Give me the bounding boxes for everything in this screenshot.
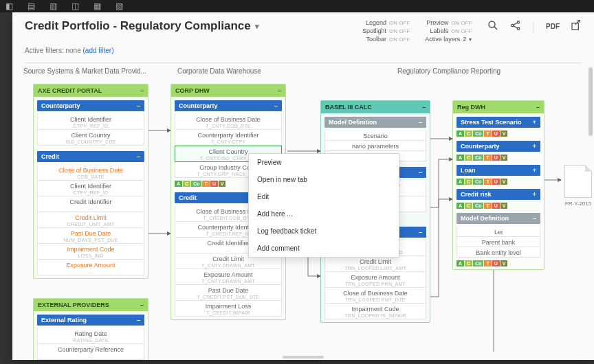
- toggle-legend[interactable]: Legend: [366, 19, 386, 26]
- export-icon[interactable]: [571, 20, 582, 33]
- entity-counterparty[interactable]: Counterparty–: [37, 100, 144, 111]
- ctx-log-feedback[interactable]: Log feedback ticket: [249, 223, 399, 240]
- add-filter-link[interactable]: (add filter): [83, 47, 114, 54]
- toolbar-icon[interactable]: ▦: [92, 1, 102, 11]
- group-header-ext[interactable]: EXTERNAL PROVIDERS–: [34, 299, 148, 311]
- page-title-text: Credit Portfolio - Regulatory Compliance: [25, 19, 251, 33]
- group-external-providers[interactable]: EXTERNAL PROVIDERS– External Rating– Rat…: [33, 298, 148, 360]
- attr-cpty-identifier: Counterparty IdentifierT_CNTY.CTPY: [175, 130, 282, 146]
- entity-external-rating[interactable]: External Rating–: [37, 315, 144, 326]
- plus-icon: +: [533, 119, 536, 126]
- entity-credit-risk[interactable]: Credit risk+: [456, 189, 540, 200]
- svg-line-5: [514, 23, 518, 25]
- file-label: FR-Y-2015: [560, 201, 594, 207]
- attr-impairment-code: Impairment CodeLOSS_IND: [37, 244, 144, 260]
- toggle-labels[interactable]: Labels: [430, 27, 449, 34]
- attr-client-identifier: Client IdentifierCTPY_REF_ID: [37, 114, 144, 130]
- ctx-add-comment[interactable]: Add comment: [249, 240, 399, 257]
- search-icon[interactable]: [487, 19, 499, 34]
- ctx-add-here[interactable]: Add here ...: [249, 205, 399, 223]
- onoff-label[interactable]: ON OFF: [389, 28, 410, 34]
- svg-point-0: [489, 21, 495, 27]
- vertical-scrollbar[interactable]: [588, 67, 593, 136]
- group-header-reg[interactable]: Reg DWH–: [453, 101, 544, 113]
- active-filters-row: Active filters: none (add filter): [12, 47, 594, 60]
- attr-credit-limit: Credit LimitCREDIT_LIMT_AMT: [37, 212, 144, 228]
- diagram-window: Credit Portfolio - Regulatory Compliance…: [12, 12, 594, 360]
- file-node-fry2015[interactable]: FR-Y-2015: [560, 165, 594, 207]
- chevron-down-icon[interactable]: ▾: [255, 22, 259, 31]
- horizontal-scroll-handle[interactable]: [283, 356, 324, 359]
- filters-label: Active filters:: [25, 47, 64, 54]
- entity-loan[interactable]: Loan+: [456, 165, 540, 176]
- toolbar-icon[interactable]: ◫: [70, 1, 80, 11]
- swimlane-source: Source Systems & Market Data Provid...: [23, 67, 146, 75]
- group-header-basel[interactable]: BASEL III CALC–: [321, 101, 430, 113]
- swimlane-regulatory: Regulatory Compliance Reporting: [397, 67, 500, 75]
- ctx-preview[interactable]: Preview: [249, 154, 399, 171]
- attr-past-due-date: Past Due DateNUM_DAYS_PST_DUE: [37, 228, 144, 244]
- svg-line-1: [494, 27, 497, 30]
- toolbar-icon[interactable]: ◧: [4, 1, 14, 11]
- attr-cob-date: Close of Business DateCOB_DATE: [37, 165, 144, 181]
- toggle-preview[interactable]: Preview: [426, 19, 448, 26]
- ctx-edit[interactable]: Edit: [249, 188, 399, 205]
- attr-cob-date: Close of Business DateT_CNTY.COB_DTE: [175, 114, 282, 130]
- attr-client-identifier: Client IdentifierCTPY_REF_ID: [37, 181, 144, 196]
- onoff-label[interactable]: ON OFF: [451, 28, 472, 34]
- minus-icon: –: [137, 102, 140, 109]
- svg-line-6: [514, 26, 518, 28]
- toggle-toolbar[interactable]: Toolbar: [366, 36, 387, 43]
- file-icon: [564, 165, 592, 198]
- share-icon[interactable]: [510, 20, 521, 33]
- attr-rating-date: Rating DateRATING_DATE: [37, 328, 144, 344]
- attr-cpty-reference: Counterparty Reference...: [37, 344, 144, 360]
- filters-value: none: [65, 47, 80, 54]
- app-toolbar: ◧ ▤ ▥ ◫ ▦ ▧: [0, 0, 594, 12]
- entity-model-definition[interactable]: Model Definition–: [456, 213, 540, 224]
- minus-icon[interactable]: –: [140, 87, 144, 94]
- toolbar-icon[interactable]: ▤: [26, 1, 36, 11]
- entity-stress-test[interactable]: Stress Test Scenario+: [456, 117, 540, 128]
- pdf-export-button[interactable]: PDF: [546, 23, 560, 30]
- chevron-down-icon[interactable]: ▾: [469, 36, 472, 43]
- toolbar-icon[interactable]: ▧: [114, 1, 124, 11]
- entity-counterparty[interactable]: Counterparty–: [175, 100, 282, 111]
- toolbar-icon[interactable]: ▥: [48, 1, 58, 11]
- entity-credit[interactable]: Credit–: [37, 151, 144, 162]
- context-menu: Preview Open in new tab Edit Add here ..…: [248, 153, 399, 258]
- group-reg-dwh[interactable]: Reg DWH– Stress Test Scenario+ ACCoTUV C…: [452, 100, 544, 270]
- diagram-canvas[interactable]: Source Systems & Market Data Provid... C…: [12, 63, 594, 360]
- attr-credit-identifier: Credit Identifier...: [37, 196, 144, 212]
- onoff-label[interactable]: ON OFF: [389, 20, 410, 26]
- entity-counterparty[interactable]: Counterparty+: [456, 141, 540, 152]
- active-layers-label[interactable]: Active layers: [425, 36, 460, 43]
- group-header-axe[interactable]: AXE CREDIT PORTAL–: [34, 84, 148, 97]
- group-header-dhw[interactable]: CORP DHW–: [171, 84, 285, 97]
- ctx-open-new-tab[interactable]: Open in new tab: [249, 171, 399, 188]
- onoff-label[interactable]: ON OFF: [389, 36, 410, 43]
- attr-exposure-amount: Exposure Amount...: [37, 260, 144, 275]
- swimlane-corporate: Corporate Data Warehouse: [177, 67, 261, 75]
- onoff-label[interactable]: ON OFF: [451, 20, 472, 26]
- page-title[interactable]: Credit Portfolio - Regulatory Compliance…: [25, 19, 259, 33]
- active-layers-value: 2: [463, 36, 466, 43]
- group-axe-credit[interactable]: AXE CREDIT PORTAL– Counterparty– Client …: [33, 84, 148, 279]
- toggle-spotlight[interactable]: Spotlight: [362, 27, 386, 34]
- entity-model-definition[interactable]: Model Definition–: [324, 117, 426, 128]
- attr-client-country: Client CountryISO_COUNTRY_CDE: [37, 130, 144, 146]
